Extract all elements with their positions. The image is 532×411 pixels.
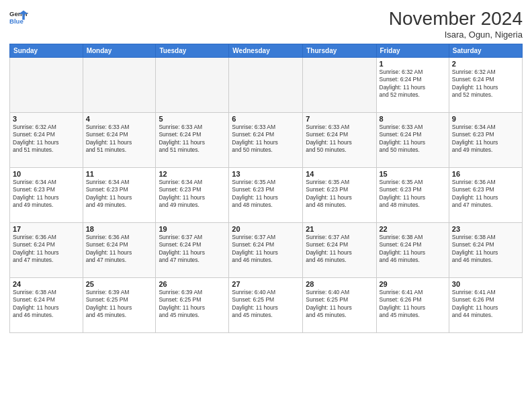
day-number: 4 [86, 115, 153, 123]
day-number: 8 [380, 115, 446, 123]
table-row: 23Sunrise: 6:38 AMSunset: 6:24 PMDayligh… [449, 223, 522, 278]
col-tuesday: Tuesday [156, 44, 229, 58]
day-number: 28 [306, 280, 373, 288]
day-number: 13 [232, 170, 300, 178]
day-info: Sunrise: 6:36 AMSunset: 6:24 PMDaylight:… [13, 234, 80, 265]
col-monday: Monday [83, 44, 156, 58]
table-row: 1Sunrise: 6:32 AMSunset: 6:24 PMDaylight… [376, 58, 449, 113]
day-number: 15 [380, 170, 446, 178]
table-row: 3Sunrise: 6:32 AMSunset: 6:24 PMDaylight… [10, 113, 83, 168]
table-row: 13Sunrise: 6:35 AMSunset: 6:23 PMDayligh… [229, 168, 303, 223]
day-number: 29 [380, 280, 446, 288]
logo-icon: General Blue [9, 8, 28, 27]
table-row: 21Sunrise: 6:37 AMSunset: 6:24 PMDayligh… [303, 223, 376, 278]
col-friday: Friday [376, 44, 449, 58]
table-row: 16Sunrise: 6:36 AMSunset: 6:23 PMDayligh… [449, 168, 522, 223]
day-info: Sunrise: 6:34 AMSunset: 6:23 PMDaylight:… [452, 124, 519, 154]
table-row: 7Sunrise: 6:33 AMSunset: 6:24 PMDaylight… [303, 113, 376, 168]
week-row-3: 17Sunrise: 6:36 AMSunset: 6:24 PMDayligh… [10, 223, 523, 278]
location: Isara, Ogun, Nigeria [389, 30, 523, 40]
table-row: 29Sunrise: 6:41 AMSunset: 6:26 PMDayligh… [376, 278, 449, 333]
table-row: 2Sunrise: 6:32 AMSunset: 6:24 PMDaylight… [449, 58, 522, 113]
page: General Blue November 2024 Isara, Ogun, … [0, 0, 532, 411]
day-number: 20 [232, 225, 300, 233]
day-number: 17 [13, 225, 80, 233]
table-row: 9Sunrise: 6:34 AMSunset: 6:23 PMDaylight… [449, 113, 522, 168]
day-number: 9 [452, 115, 519, 123]
day-info: Sunrise: 6:32 AMSunset: 6:24 PMDaylight:… [380, 68, 446, 99]
day-info: Sunrise: 6:32 AMSunset: 6:24 PMDaylight:… [452, 68, 519, 99]
day-info: Sunrise: 6:33 AMSunset: 6:24 PMDaylight:… [380, 124, 446, 154]
table-row [229, 58, 303, 113]
table-row: 15Sunrise: 6:35 AMSunset: 6:23 PMDayligh… [376, 168, 449, 223]
table-row: 28Sunrise: 6:40 AMSunset: 6:25 PMDayligh… [303, 278, 376, 333]
header: General Blue November 2024 Isara, Ogun, … [9, 8, 523, 40]
day-info: Sunrise: 6:34 AMSunset: 6:23 PMDaylight:… [159, 179, 226, 210]
table-row: 24Sunrise: 6:38 AMSunset: 6:24 PMDayligh… [10, 278, 83, 333]
svg-text:Blue: Blue [9, 17, 24, 25]
day-info: Sunrise: 6:38 AMSunset: 6:24 PMDaylight:… [380, 234, 446, 265]
col-saturday: Saturday [449, 44, 522, 58]
day-number: 12 [159, 170, 226, 178]
calendar: Sunday Monday Tuesday Wednesday Thursday… [9, 44, 523, 333]
day-info: Sunrise: 6:33 AMSunset: 6:24 PMDaylight:… [306, 124, 373, 154]
table-row [303, 58, 376, 113]
table-row: 8Sunrise: 6:33 AMSunset: 6:24 PMDaylight… [376, 113, 449, 168]
table-row: 18Sunrise: 6:36 AMSunset: 6:24 PMDayligh… [83, 223, 156, 278]
day-info: Sunrise: 6:35 AMSunset: 6:23 PMDaylight:… [232, 179, 300, 210]
table-row: 27Sunrise: 6:40 AMSunset: 6:25 PMDayligh… [229, 278, 303, 333]
day-number: 19 [159, 225, 226, 233]
day-info: Sunrise: 6:38 AMSunset: 6:24 PMDaylight:… [13, 289, 80, 320]
table-row: 11Sunrise: 6:34 AMSunset: 6:23 PMDayligh… [83, 168, 156, 223]
table-row: 6Sunrise: 6:33 AMSunset: 6:24 PMDaylight… [229, 113, 303, 168]
day-info: Sunrise: 6:40 AMSunset: 6:25 PMDaylight:… [306, 289, 373, 320]
day-number: 30 [452, 280, 519, 288]
calendar-header-row: Sunday Monday Tuesday Wednesday Thursday… [10, 44, 523, 58]
table-row: 20Sunrise: 6:37 AMSunset: 6:24 PMDayligh… [229, 223, 303, 278]
day-info: Sunrise: 6:41 AMSunset: 6:26 PMDaylight:… [380, 289, 446, 320]
day-number: 7 [306, 115, 373, 123]
month-title: November 2024 [389, 8, 523, 30]
week-row-4: 24Sunrise: 6:38 AMSunset: 6:24 PMDayligh… [10, 278, 523, 333]
day-number: 2 [452, 60, 519, 68]
day-number: 23 [452, 225, 519, 233]
day-info: Sunrise: 6:34 AMSunset: 6:23 PMDaylight:… [13, 179, 80, 210]
day-number: 3 [13, 115, 80, 123]
day-info: Sunrise: 6:35 AMSunset: 6:23 PMDaylight:… [380, 179, 446, 210]
day-number: 6 [232, 115, 300, 123]
day-info: Sunrise: 6:39 AMSunset: 6:25 PMDaylight:… [86, 289, 153, 320]
col-thursday: Thursday [303, 44, 376, 58]
day-number: 25 [86, 280, 153, 288]
day-info: Sunrise: 6:39 AMSunset: 6:25 PMDaylight:… [159, 289, 226, 320]
day-info: Sunrise: 6:36 AMSunset: 6:23 PMDaylight:… [452, 179, 519, 210]
day-info: Sunrise: 6:33 AMSunset: 6:24 PMDaylight:… [86, 124, 153, 154]
day-number: 14 [306, 170, 373, 178]
day-info: Sunrise: 6:37 AMSunset: 6:24 PMDaylight:… [159, 234, 226, 265]
day-number: 22 [380, 225, 446, 233]
day-info: Sunrise: 6:34 AMSunset: 6:23 PMDaylight:… [86, 179, 153, 210]
table-row: 22Sunrise: 6:38 AMSunset: 6:24 PMDayligh… [376, 223, 449, 278]
table-row: 30Sunrise: 6:41 AMSunset: 6:26 PMDayligh… [449, 278, 522, 333]
day-number: 1 [380, 60, 446, 68]
day-info: Sunrise: 6:33 AMSunset: 6:24 PMDaylight:… [159, 124, 226, 154]
day-number: 10 [13, 170, 80, 178]
table-row: 5Sunrise: 6:33 AMSunset: 6:24 PMDaylight… [156, 113, 229, 168]
day-info: Sunrise: 6:40 AMSunset: 6:25 PMDaylight:… [232, 289, 300, 320]
col-sunday: Sunday [10, 44, 83, 58]
table-row: 12Sunrise: 6:34 AMSunset: 6:23 PMDayligh… [156, 168, 229, 223]
table-row: 17Sunrise: 6:36 AMSunset: 6:24 PMDayligh… [10, 223, 83, 278]
day-number: 18 [86, 225, 153, 233]
col-wednesday: Wednesday [229, 44, 303, 58]
table-row: 10Sunrise: 6:34 AMSunset: 6:23 PMDayligh… [10, 168, 83, 223]
day-number: 21 [306, 225, 373, 233]
week-row-2: 10Sunrise: 6:34 AMSunset: 6:23 PMDayligh… [10, 168, 523, 223]
day-info: Sunrise: 6:37 AMSunset: 6:24 PMDaylight:… [306, 234, 373, 265]
day-number: 27 [232, 280, 300, 288]
day-number: 11 [86, 170, 153, 178]
day-info: Sunrise: 6:35 AMSunset: 6:23 PMDaylight:… [306, 179, 373, 210]
table-row: 25Sunrise: 6:39 AMSunset: 6:25 PMDayligh… [83, 278, 156, 333]
table-row: 4Sunrise: 6:33 AMSunset: 6:24 PMDaylight… [83, 113, 156, 168]
table-row: 19Sunrise: 6:37 AMSunset: 6:24 PMDayligh… [156, 223, 229, 278]
week-row-0: 1Sunrise: 6:32 AMSunset: 6:24 PMDaylight… [10, 58, 523, 113]
day-number: 5 [159, 115, 226, 123]
